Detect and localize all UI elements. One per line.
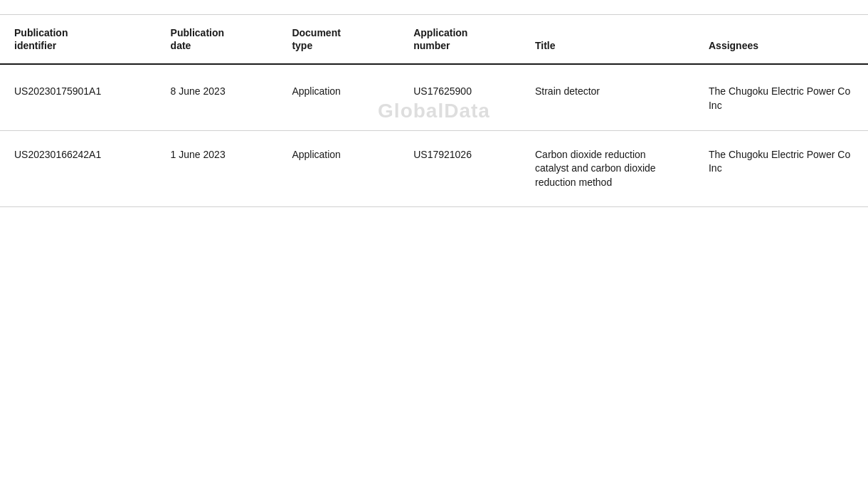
cell-assignee: The Chugoku Electric Power Co Inc	[694, 130, 868, 207]
cell-app-number: US17921026	[399, 130, 521, 207]
col-header-pub-identifier: Publication identifier	[0, 15, 157, 65]
col-header-assignee: Assignees	[694, 15, 868, 65]
cell-assignee: The Chugoku Electric Power Co Inc	[694, 64, 868, 130]
table-wrapper: GlobalData Publication identifier Public…	[0, 14, 868, 207]
patent-table-container: GlobalData Publication identifier Public…	[0, 0, 868, 221]
cell-doc-type: Application	[277, 130, 399, 207]
cell-title: Carbon dioxide reduction catalyst and ca…	[521, 130, 694, 207]
col-header-app-number: Application number	[399, 15, 521, 65]
cell-pub-date: 8 June 2023	[157, 64, 278, 130]
patent-table: Publication identifier Publication date …	[0, 14, 868, 207]
cell-pub-identifier: US20230175901A1	[0, 64, 157, 130]
cell-title: Strain detector	[521, 64, 694, 130]
cell-doc-type: Application	[277, 64, 399, 130]
cell-app-number: US17625900	[399, 64, 521, 130]
col-header-title: Title	[521, 15, 694, 65]
col-header-doc-type: Document type	[277, 15, 399, 65]
cell-pub-date: 1 June 2023	[157, 130, 278, 207]
table-header-row: Publication identifier Publication date …	[0, 15, 868, 65]
col-header-pub-date: Publication date	[157, 15, 278, 65]
table-row: US20230175901A18 June 2023ApplicationUS1…	[0, 64, 868, 130]
cell-pub-identifier: US20230166242A1	[0, 130, 157, 207]
table-row: US20230166242A11 June 2023ApplicationUS1…	[0, 130, 868, 207]
